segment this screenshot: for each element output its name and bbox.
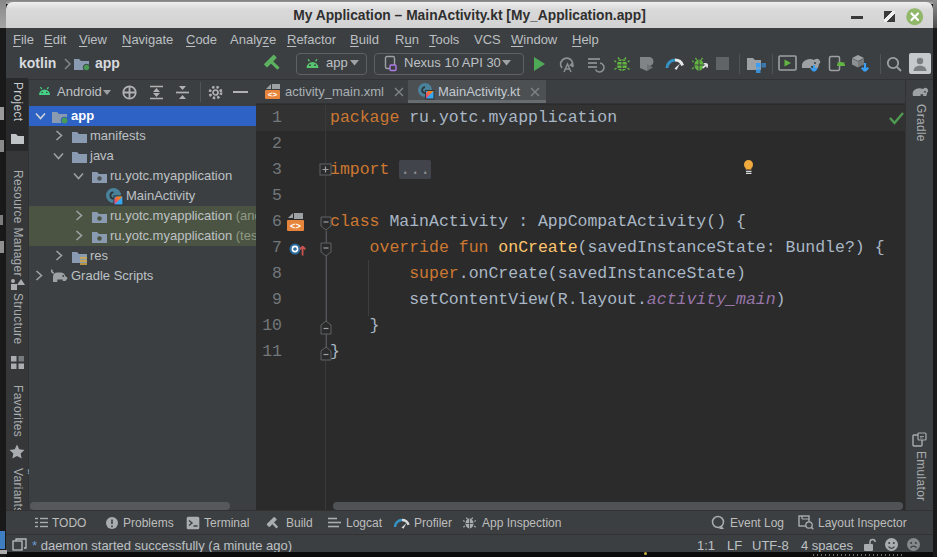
svg-text:<>: <> (290, 222, 301, 232)
svg-text:<>: <> (268, 90, 278, 99)
